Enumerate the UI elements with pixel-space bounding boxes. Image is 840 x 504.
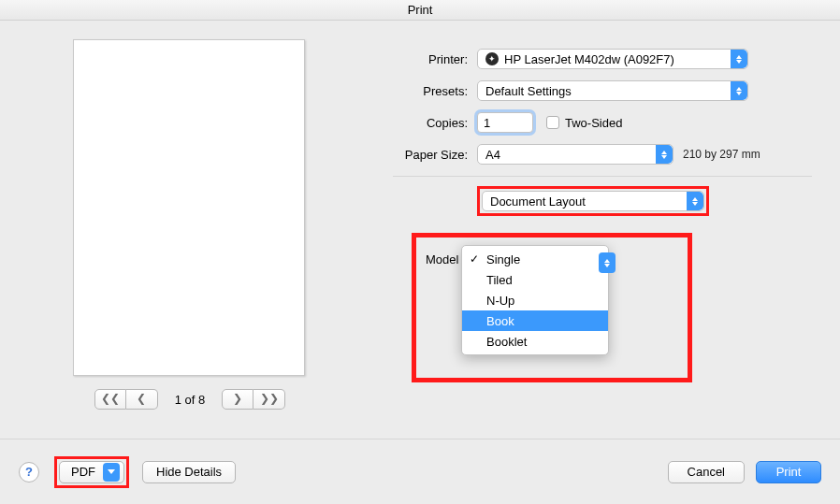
first-page-button[interactable]: ❮❮ — [94, 389, 126, 410]
two-sided-label: Two-Sided — [565, 116, 622, 130]
model-option-booklet[interactable]: Booklet — [462, 331, 608, 352]
printer-label: Printer: — [393, 52, 477, 66]
copies-label: Copies: — [393, 116, 477, 130]
preview-pager: ❮❮ ❮ 1 of 8 ❯ ❯❯ — [73, 389, 307, 410]
two-sided-checkbox[interactable]: Two-Sided — [546, 116, 622, 130]
dialog-content: ❮❮ ❮ 1 of 8 ❯ ❯❯ Printer: ✦ HP LaserJet … — [0, 21, 840, 439]
printer-value: HP LaserJet M402dw (A092F7) — [504, 52, 674, 66]
printer-select[interactable]: ✦ HP LaserJet M402dw (A092F7) — [477, 49, 748, 69]
model-label: Model — [426, 252, 458, 266]
help-button[interactable]: ? — [19, 462, 39, 482]
last-page-button[interactable]: ❯❯ — [253, 389, 285, 410]
model-option-nup[interactable]: N-Up — [462, 290, 608, 310]
cancel-button[interactable]: Cancel — [668, 461, 745, 483]
print-button[interactable]: Print — [756, 461, 821, 483]
prev-page-button[interactable]: ❮ — [126, 389, 158, 410]
updown-arrows-icon — [687, 192, 703, 210]
settings-panel: Printer: ✦ HP LaserJet M402dw (A092F7) P… — [393, 49, 812, 382]
presets-value: Default Settings — [485, 84, 572, 98]
preview-page — [73, 39, 305, 376]
updown-arrows-icon — [656, 145, 673, 164]
window-title: Print — [0, 0, 840, 21]
section-value: Document Layout — [490, 194, 586, 209]
pdf-menu-button[interactable]: PDF — [59, 461, 124, 483]
pdf-label: PDF — [71, 465, 95, 479]
chevron-down-icon — [103, 463, 120, 482]
paper-size-label: Paper Size: — [393, 148, 477, 162]
paper-size-select[interactable]: A4 — [477, 144, 673, 165]
dialog-footer: ? PDF Hide Details Cancel Print — [0, 439, 840, 504]
highlight-model-area: Model Single Tiled N-Up Book Booklet — [412, 233, 692, 382]
model-option-book[interactable]: Book — [462, 310, 608, 331]
model-option-single[interactable]: Single — [462, 249, 608, 269]
section-select[interactable]: Document Layout — [482, 191, 704, 211]
divider — [393, 176, 812, 177]
pager-label: 1 of 8 — [166, 393, 215, 407]
updown-arrows-icon — [731, 81, 747, 100]
paper-size-value: A4 — [485, 148, 500, 162]
next-page-button[interactable]: ❯ — [222, 389, 253, 410]
paper-size-note: 210 by 297 mm — [683, 148, 760, 161]
model-dropdown[interactable]: Single Tiled N-Up Book Booklet — [461, 245, 609, 355]
presets-select[interactable]: Default Settings — [477, 80, 748, 101]
presets-label: Presets: — [393, 84, 477, 98]
checkbox-box-icon — [546, 116, 559, 129]
copies-input[interactable] — [477, 112, 533, 133]
updown-arrows-icon — [731, 50, 747, 68]
preview-area: ❮❮ ❮ 1 of 8 ❯ ❯❯ — [73, 39, 307, 410]
model-option-tiled[interactable]: Tiled — [462, 269, 608, 290]
highlight-section-select: Document Layout — [477, 186, 709, 216]
hide-details-button[interactable]: Hide Details — [142, 461, 236, 483]
printer-status-icon: ✦ — [485, 52, 499, 65]
highlight-pdf-button: PDF — [54, 456, 129, 488]
